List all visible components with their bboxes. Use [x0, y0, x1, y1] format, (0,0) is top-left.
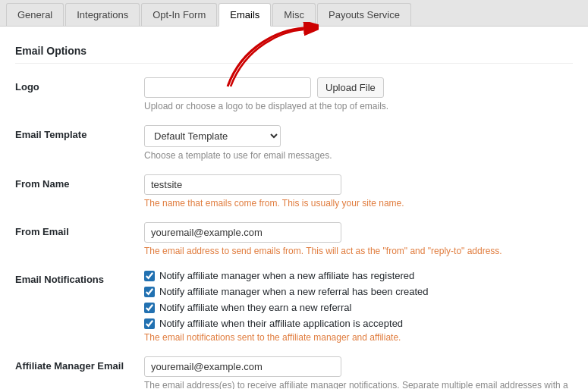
tab-opt-in-form[interactable]: Opt-In Form: [141, 3, 217, 26]
email-notifications-row: Email Notifications Notify affiliate man…: [15, 270, 573, 343]
notification-label-1: Notify affiliate manager when a new affi…: [159, 270, 414, 281]
email-template-description: Choose a template to use for email messa…: [144, 150, 573, 161]
notification-label-4: Notify affiliate when their affiliate ap…: [159, 318, 403, 329]
email-template-select[interactable]: Default Template: [144, 125, 281, 147]
logo-label: Logo: [15, 77, 144, 93]
upload-file-button[interactable]: Upload File: [317, 77, 384, 98]
email-notifications-label: Email Notifications: [15, 270, 144, 285]
from-name-label: From Name: [15, 174, 144, 190]
affiliate-manager-email-description: The email address(es) to receive affilia…: [144, 380, 573, 389]
email-template-field: Default Template Choose a template to us…: [144, 125, 573, 161]
notification-checkbox-4[interactable]: [144, 318, 155, 329]
notification-checkbox-3[interactable]: [144, 303, 155, 313]
notification-item-1[interactable]: Notify affiliate manager when a new affi…: [144, 270, 573, 281]
from-email-description: The email address to send emails from. T…: [144, 246, 573, 256]
affiliate-manager-email-input[interactable]: [144, 356, 341, 377]
checkboxes-list: Notify affiliate manager when a new affi…: [144, 270, 573, 329]
from-name-field: The name that emails come from. This is …: [144, 174, 573, 209]
affiliate-manager-email-row: Affiliate Manager Email The email addres…: [15, 356, 573, 389]
from-email-row: From Email The email address to send ema…: [15, 222, 573, 256]
tab-payouts-service[interactable]: Payouts Service: [317, 3, 411, 26]
tab-integrations[interactable]: Integrations: [65, 3, 140, 26]
affiliate-manager-email-field: The email address(es) to receive affilia…: [144, 356, 573, 389]
from-email-label: From Email: [15, 222, 144, 237]
logo-description: Upload or choose a logo to be displayed …: [144, 101, 573, 111]
affiliate-manager-email-label: Affiliate Manager Email: [15, 356, 144, 372]
notification-item-2[interactable]: Notify affiliate manager when a new refe…: [144, 286, 573, 297]
notification-label-2: Notify affiliate manager when a new refe…: [159, 286, 429, 297]
notification-item-4[interactable]: Notify affiliate when their affiliate ap…: [144, 318, 573, 329]
notification-checkbox-1[interactable]: [144, 271, 155, 281]
email-template-label: Email Template: [15, 125, 144, 140]
notification-label-3: Notify affiliate when they earn a new re…: [159, 302, 351, 313]
from-name-row: From Name The name that emails come from…: [15, 174, 573, 209]
tab-general[interactable]: General: [6, 3, 64, 26]
from-email-field: The email address to send emails from. T…: [144, 222, 573, 256]
email-notifications-description: The email notifications sent to the affi…: [144, 332, 573, 343]
email-template-row: Email Template Default Template Choose a…: [15, 125, 573, 161]
from-email-input[interactable]: [144, 222, 341, 243]
from-name-input[interactable]: [144, 174, 341, 195]
arrow-annotation: [220, 22, 319, 90]
from-name-description: The name that emails come from. This is …: [144, 198, 573, 209]
notification-item-3[interactable]: Notify affiliate when they earn a new re…: [144, 302, 573, 313]
notification-checkbox-2[interactable]: [144, 287, 155, 297]
logo-field: Upload File Upload or choose a logo to b…: [144, 77, 573, 111]
email-notifications-field: Notify affiliate manager when a new affi…: [144, 270, 573, 343]
